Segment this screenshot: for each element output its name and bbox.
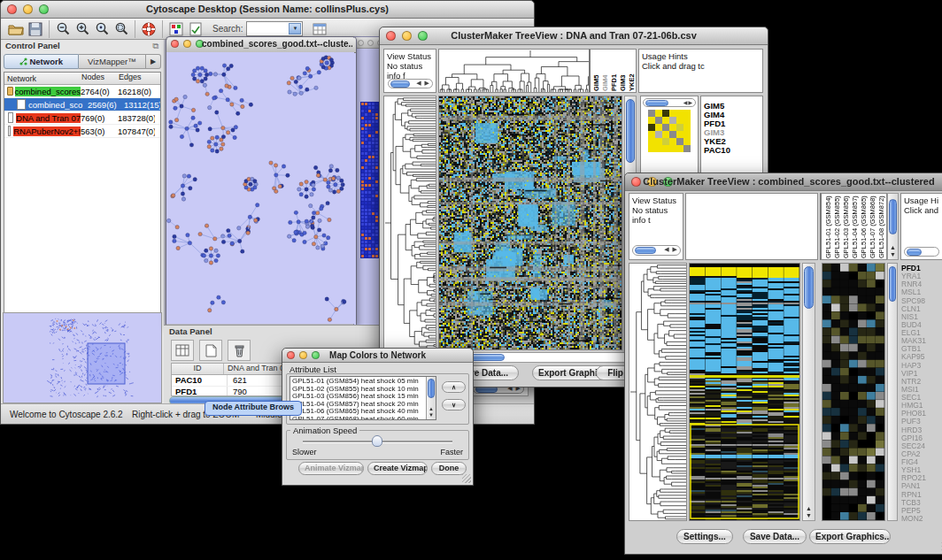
move-attribute-up-button[interactable]: ∧	[442, 381, 466, 393]
matrix-cell[interactable]	[669, 131, 676, 138]
tv1-zoom-hscrollbar[interactable]: ◀▶	[643, 98, 696, 107]
matrix-cell[interactable]	[676, 138, 683, 145]
tv2-export-graphics-button[interactable]: Export Graphics...	[809, 529, 891, 544]
network-tree-row[interactable]: combined_sco2569(6)13112(15)	[4, 98, 160, 111]
tv1-column-label[interactable]: GIM4	[601, 50, 609, 91]
search-input[interactable]: ▼	[246, 21, 303, 36]
matrix-cell[interactable]	[662, 124, 669, 131]
network-tree-row[interactable]: DNA and Tran 07769(0)183728(0)	[4, 111, 160, 125]
tv2-column-label[interactable]: GPL51-08 (GSM872)	[877, 195, 885, 258]
help-lifering-icon[interactable]	[139, 19, 158, 39]
matrix-cell[interactable]	[648, 131, 655, 138]
done-button[interactable]: Done	[431, 462, 467, 475]
tab-network[interactable]: Network	[4, 54, 79, 69]
tv2-usage-scrollbar[interactable]	[904, 247, 939, 257]
matrix-cell[interactable]	[655, 124, 662, 131]
create-vizmap-button[interactable]: Create Vizmap	[367, 462, 428, 475]
select-attributes-icon[interactable]	[171, 340, 194, 361]
node-attribute-browser-tab[interactable]: Node Attribute Brows	[205, 401, 302, 416]
main-titlebar[interactable]: Cytoscape Desktop (Session Name: collins…	[1, 1, 534, 19]
move-attribute-down-button[interactable]: ∨	[442, 399, 466, 410]
tv2-column-label[interactable]: GPL51-01 (GSM854)	[824, 195, 832, 258]
matrix-cell[interactable]	[662, 145, 669, 152]
minimize-button[interactable]	[367, 40, 374, 46]
zoom-in-icon[interactable]	[73, 19, 92, 39]
tv2-genelist-vscrollbar[interactable]	[887, 263, 898, 521]
zoom-selected-icon[interactable]	[92, 19, 112, 39]
matrix-cell[interactable]	[683, 117, 691, 124]
matrix-cell[interactable]	[676, 117, 683, 124]
zoom-fit-icon[interactable]	[112, 19, 131, 39]
matrix-cell[interactable]	[669, 110, 676, 117]
attribute-listbox[interactable]: GPL51-01 (GSM854) heat shock 05 minGPL51…	[290, 376, 436, 420]
network-canvas[interactable]	[166, 52, 354, 324]
tv1-column-label[interactable]: YKE2	[628, 50, 636, 91]
matrix-cell[interactable]	[683, 131, 691, 138]
treeview1-titlebar[interactable]: ClusterMaker TreeView : DNA and Tran 07-…	[380, 27, 768, 45]
matrix-cell[interactable]	[669, 117, 676, 124]
open-session-button[interactable]	[6, 19, 26, 39]
tv2-zoom-heatmap[interactable]	[822, 263, 885, 521]
matrix-cell[interactable]	[648, 138, 655, 145]
tv1-row-dendrogram[interactable]	[383, 96, 436, 350]
matrix-cell[interactable]	[648, 124, 655, 131]
treeview2-titlebar[interactable]: ClusterMaker TreeView : combined_scores_…	[625, 173, 942, 191]
tv2-status-scrollbar[interactable]: ◀ ▶	[632, 245, 681, 256]
tv2-row-dendrogram[interactable]	[629, 263, 687, 521]
animation-speed-slider-thumb[interactable]	[372, 435, 382, 447]
matrix-cell[interactable]	[676, 110, 683, 117]
tv1-global-heatmap[interactable]	[438, 96, 622, 350]
zoom-out-icon[interactable]	[53, 19, 73, 39]
tv2-column-label[interactable]: GPL51-02 (GSM855)	[833, 195, 841, 258]
attr-col-id[interactable]: ID	[172, 364, 224, 374]
animate-vizmap-button[interactable]: Animate Vizmap	[298, 462, 364, 475]
matrix-cell[interactable]	[683, 124, 691, 131]
new-attribute-icon[interactable]	[199, 340, 222, 361]
save-session-button[interactable]	[26, 19, 45, 39]
minimize-button[interactable]	[183, 40, 191, 48]
tab-overflow-arrow[interactable]: ▶	[146, 54, 161, 69]
tv1-zoom-matrix[interactable]	[648, 110, 691, 152]
matrix-cell[interactable]	[648, 145, 655, 152]
matrix-cell[interactable]	[655, 117, 662, 124]
tv2-heatmap-vscrollbar[interactable]: ▲▼	[802, 263, 815, 521]
matrix-cell[interactable]	[683, 138, 691, 145]
network-window-titlebar[interactable]: combined_scores_good.txt--cluste...	[166, 37, 356, 53]
matrix-cell[interactable]	[676, 145, 683, 152]
tv2-column-label[interactable]: GPL51-06 (GSM865)	[860, 195, 868, 258]
tv2-column-label[interactable]: GPL51-03 (GSM856)	[842, 195, 850, 258]
col-edges[interactable]: Edges	[119, 73, 156, 84]
tab-vizmapper[interactable]: VizMapper™	[79, 54, 146, 69]
tv1-column-label[interactable]: PFD1	[610, 50, 618, 91]
attribute-list-item[interactable]: GPL51-07 (GSM868) heat shock 60 min	[292, 416, 436, 420]
attribute-list-vscrollbar[interactable]: ▲▼	[426, 377, 436, 419]
tv2-column-dendrogram[interactable]	[685, 193, 818, 260]
matrix-cell[interactable]	[676, 124, 683, 131]
tv1-column-label[interactable]: GIM3	[619, 50, 627, 91]
tv1-column-label[interactable]: GIM5	[592, 50, 600, 91]
tv2-global-heatmap[interactable]	[689, 263, 800, 521]
col-network[interactable]: Network	[4, 73, 81, 84]
matrix-cell[interactable]	[655, 110, 662, 117]
matrix-cell[interactable]	[669, 124, 676, 131]
network-tree-row[interactable]: combined_scores2764(0)16218(0)	[4, 85, 160, 98]
matrix-cell[interactable]	[662, 117, 669, 124]
tv1-row-label[interactable]: PAC10	[704, 146, 762, 155]
matrix-cell[interactable]	[683, 110, 691, 117]
birdseye-view[interactable]	[3, 312, 162, 403]
tv1-status-scrollbar[interactable]: ◀ ▶	[388, 79, 433, 88]
float-panel-icon[interactable]: ⧉	[152, 41, 158, 51]
matrix-cell[interactable]	[648, 117, 655, 124]
matrix-cell[interactable]	[669, 138, 676, 145]
close-button[interactable]	[171, 40, 179, 48]
matrix-cell[interactable]	[669, 145, 676, 152]
tv2-column-label[interactable]: GPL51-07 (GSM868)	[869, 195, 876, 258]
tv2-gene-label[interactable]: MON2	[901, 515, 942, 521]
matrix-cell[interactable]	[648, 110, 655, 117]
matrix-cell[interactable]	[676, 131, 683, 138]
col-nodes[interactable]: Nodes	[81, 73, 119, 84]
matrix-cell[interactable]	[662, 110, 669, 117]
matrix-cell[interactable]	[662, 138, 669, 145]
matrix-cell[interactable]	[655, 131, 662, 138]
matrix-cell[interactable]	[655, 138, 662, 145]
